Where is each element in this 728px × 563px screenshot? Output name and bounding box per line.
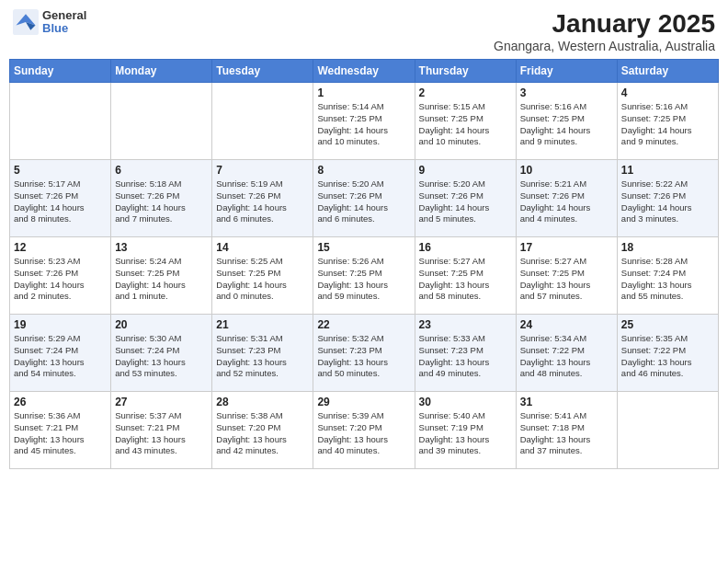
calendar-cell: 14Sunrise: 5:25 AMSunset: 7:25 PMDayligh… [212, 237, 313, 315]
calendar-table: SundayMondayTuesdayWednesdayThursdayFrid… [9, 59, 719, 469]
calendar-header: SundayMondayTuesdayWednesdayThursdayFrid… [10, 60, 719, 83]
day-number: 29 [317, 396, 410, 408]
day-info: Sunrise: 5:28 AMSunset: 7:24 PMDaylight:… [621, 256, 714, 303]
day-info: Sunrise: 5:23 AMSunset: 7:26 PMDaylight:… [14, 256, 107, 303]
calendar-cell: 1Sunrise: 5:14 AMSunset: 7:25 PMDaylight… [313, 83, 415, 160]
day-number: 21 [216, 318, 309, 331]
logo-blue: Blue [42, 22, 86, 35]
day-number: 9 [419, 164, 512, 177]
calendar-week-row: 5Sunrise: 5:17 AMSunset: 7:26 PMDaylight… [10, 160, 719, 237]
month-title: January 2025 [494, 9, 715, 39]
calendar-cell: 8Sunrise: 5:20 AMSunset: 7:26 PMDaylight… [313, 160, 415, 237]
page-header: General Blue January 2025 Gnangara, West… [9, 9, 719, 53]
day-number: 31 [520, 396, 613, 408]
day-info: Sunrise: 5:38 AMSunset: 7:20 PMDaylight:… [216, 410, 309, 457]
day-info: Sunrise: 5:35 AMSunset: 7:22 PMDaylight:… [621, 333, 714, 380]
day-info: Sunrise: 5:27 AMSunset: 7:25 PMDaylight:… [520, 256, 613, 303]
day-number: 4 [621, 86, 714, 99]
day-info: Sunrise: 5:40 AMSunset: 7:19 PMDaylight:… [419, 410, 512, 457]
weekday-header-tuesday: Tuesday [212, 60, 313, 83]
day-number: 22 [317, 318, 410, 331]
logo-general: General [42, 9, 86, 22]
day-info: Sunrise: 5:25 AMSunset: 7:25 PMDaylight:… [216, 256, 309, 303]
calendar-week-row: 26Sunrise: 5:36 AMSunset: 7:21 PMDayligh… [10, 392, 719, 469]
weekday-header-wednesday: Wednesday [313, 60, 415, 83]
day-number: 24 [520, 318, 613, 331]
day-number: 5 [14, 164, 107, 177]
day-number: 27 [115, 396, 208, 408]
logo-icon [13, 9, 39, 35]
day-number: 23 [419, 318, 512, 331]
day-info: Sunrise: 5:32 AMSunset: 7:23 PMDaylight:… [317, 333, 410, 380]
day-info: Sunrise: 5:14 AMSunset: 7:25 PMDaylight:… [317, 101, 410, 148]
calendar-cell: 26Sunrise: 5:36 AMSunset: 7:21 PMDayligh… [10, 392, 111, 469]
day-info: Sunrise: 5:21 AMSunset: 7:26 PMDaylight:… [520, 178, 613, 225]
calendar-cell: 9Sunrise: 5:20 AMSunset: 7:26 PMDaylight… [415, 160, 516, 237]
calendar-cell: 13Sunrise: 5:24 AMSunset: 7:25 PMDayligh… [111, 237, 212, 315]
day-info: Sunrise: 5:31 AMSunset: 7:23 PMDaylight:… [216, 333, 309, 380]
day-number: 18 [621, 241, 714, 254]
day-number: 25 [621, 318, 714, 331]
day-number: 20 [115, 318, 208, 331]
calendar-cell: 12Sunrise: 5:23 AMSunset: 7:26 PMDayligh… [10, 237, 111, 315]
calendar-cell: 10Sunrise: 5:21 AMSunset: 7:26 PMDayligh… [516, 160, 617, 237]
calendar-cell: 2Sunrise: 5:15 AMSunset: 7:25 PMDaylight… [415, 83, 516, 160]
day-number: 2 [419, 86, 512, 99]
day-number: 13 [115, 241, 208, 254]
day-number: 11 [621, 164, 714, 177]
calendar-cell: 25Sunrise: 5:35 AMSunset: 7:22 PMDayligh… [617, 315, 718, 392]
calendar-cell: 31Sunrise: 5:41 AMSunset: 7:18 PMDayligh… [516, 392, 617, 469]
calendar-cell: 6Sunrise: 5:18 AMSunset: 7:26 PMDaylight… [111, 160, 212, 237]
calendar-cell: 27Sunrise: 5:37 AMSunset: 7:21 PMDayligh… [111, 392, 212, 469]
day-info: Sunrise: 5:34 AMSunset: 7:22 PMDaylight:… [520, 333, 613, 380]
day-number: 3 [520, 86, 613, 99]
day-number: 17 [520, 241, 613, 254]
day-number: 10 [520, 164, 613, 177]
calendar-cell: 30Sunrise: 5:40 AMSunset: 7:19 PMDayligh… [415, 392, 516, 469]
calendar-week-row: 19Sunrise: 5:29 AMSunset: 7:24 PMDayligh… [10, 315, 719, 392]
day-info: Sunrise: 5:29 AMSunset: 7:24 PMDaylight:… [14, 333, 107, 380]
day-info: Sunrise: 5:24 AMSunset: 7:25 PMDaylight:… [115, 256, 208, 303]
day-info: Sunrise: 5:27 AMSunset: 7:25 PMDaylight:… [419, 256, 512, 303]
calendar-cell: 22Sunrise: 5:32 AMSunset: 7:23 PMDayligh… [313, 315, 415, 392]
weekday-header-friday: Friday [516, 60, 617, 83]
calendar-cell: 5Sunrise: 5:17 AMSunset: 7:26 PMDaylight… [10, 160, 111, 237]
calendar-cell: 21Sunrise: 5:31 AMSunset: 7:23 PMDayligh… [212, 315, 313, 392]
calendar-cell [617, 392, 718, 469]
day-info: Sunrise: 5:15 AMSunset: 7:25 PMDaylight:… [419, 101, 512, 148]
calendar-cell: 28Sunrise: 5:38 AMSunset: 7:20 PMDayligh… [212, 392, 313, 469]
day-number: 1 [317, 86, 410, 99]
day-info: Sunrise: 5:22 AMSunset: 7:26 PMDaylight:… [621, 178, 714, 225]
weekday-header-saturday: Saturday [617, 60, 718, 83]
day-info: Sunrise: 5:18 AMSunset: 7:26 PMDaylight:… [115, 178, 208, 225]
calendar-cell: 4Sunrise: 5:16 AMSunset: 7:25 PMDaylight… [617, 83, 718, 160]
day-info: Sunrise: 5:41 AMSunset: 7:18 PMDaylight:… [520, 410, 613, 457]
day-number: 15 [317, 241, 410, 254]
day-number: 16 [419, 241, 512, 254]
location: Gnangara, Western Australia, Australia [494, 39, 715, 53]
day-info: Sunrise: 5:30 AMSunset: 7:24 PMDaylight:… [115, 333, 208, 380]
day-number: 19 [14, 318, 107, 331]
calendar-cell: 24Sunrise: 5:34 AMSunset: 7:22 PMDayligh… [516, 315, 617, 392]
weekday-row: SundayMondayTuesdayWednesdayThursdayFrid… [10, 60, 719, 83]
calendar-cell: 19Sunrise: 5:29 AMSunset: 7:24 PMDayligh… [10, 315, 111, 392]
day-number: 28 [216, 396, 309, 408]
day-info: Sunrise: 5:37 AMSunset: 7:21 PMDaylight:… [115, 410, 208, 457]
day-info: Sunrise: 5:16 AMSunset: 7:25 PMDaylight:… [621, 101, 714, 148]
weekday-header-sunday: Sunday [10, 60, 111, 83]
day-info: Sunrise: 5:16 AMSunset: 7:25 PMDaylight:… [520, 101, 613, 148]
day-number: 26 [14, 396, 107, 408]
calendar-week-row: 12Sunrise: 5:23 AMSunset: 7:26 PMDayligh… [10, 237, 719, 315]
day-number: 14 [216, 241, 309, 254]
day-info: Sunrise: 5:19 AMSunset: 7:26 PMDaylight:… [216, 178, 309, 225]
day-number: 6 [115, 164, 208, 177]
calendar-body: 1Sunrise: 5:14 AMSunset: 7:25 PMDaylight… [10, 83, 719, 469]
calendar-week-row: 1Sunrise: 5:14 AMSunset: 7:25 PMDaylight… [10, 83, 719, 160]
calendar-cell: 3Sunrise: 5:16 AMSunset: 7:25 PMDaylight… [516, 83, 617, 160]
day-number: 30 [419, 396, 512, 408]
day-number: 7 [216, 164, 309, 177]
calendar-cell: 7Sunrise: 5:19 AMSunset: 7:26 PMDaylight… [212, 160, 313, 237]
day-info: Sunrise: 5:20 AMSunset: 7:26 PMDaylight:… [419, 178, 512, 225]
day-number: 8 [317, 164, 410, 177]
logo-text: General Blue [42, 9, 86, 36]
